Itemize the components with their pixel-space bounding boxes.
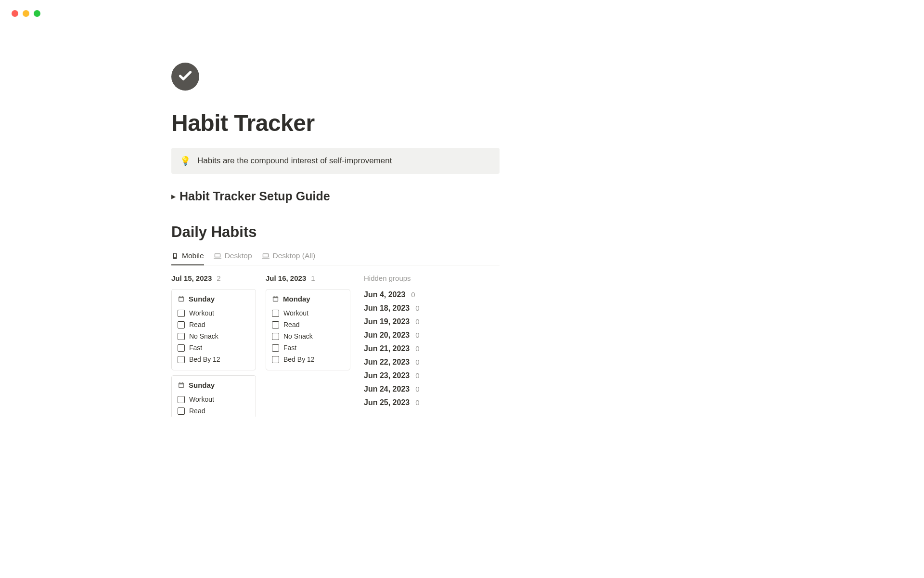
habit-label: Bed By 12 xyxy=(283,355,315,363)
habit-row: Bed By 12 xyxy=(178,354,250,365)
checkbox[interactable] xyxy=(178,333,185,340)
habit-card[interactable]: SundayWorkoutRead xyxy=(171,375,256,417)
mobile-icon xyxy=(171,252,179,260)
habit-card[interactable]: MondayWorkoutReadNo SnackFastBed By 12 xyxy=(266,289,350,370)
svg-rect-14 xyxy=(180,382,180,383)
checkbox[interactable] xyxy=(272,321,279,328)
checkbox[interactable] xyxy=(178,356,185,363)
hidden-group-date: Jun 25, 2023 xyxy=(364,398,410,407)
hidden-group-row[interactable]: Jun 4, 20230 xyxy=(364,288,420,302)
habit-label: Read xyxy=(283,321,299,328)
checkmark-icon xyxy=(178,68,193,85)
svg-rect-15 xyxy=(182,382,183,383)
triangle-right-icon: ▶ xyxy=(171,193,176,200)
checkbox[interactable] xyxy=(178,321,185,328)
hidden-group-row[interactable]: Jun 24, 20230 xyxy=(364,382,420,396)
hidden-group-count: 0 xyxy=(415,331,419,339)
svg-rect-7 xyxy=(262,258,270,259)
page-title[interactable]: Habit Tracker xyxy=(171,110,500,136)
hidden-group-count: 0 xyxy=(411,290,415,299)
hidden-group-date: Jun 20, 2023 xyxy=(364,331,410,340)
hidden-group-count: 0 xyxy=(415,398,419,407)
hidden-group-count: 0 xyxy=(415,371,419,380)
minimize-window-button[interactable] xyxy=(23,10,29,17)
hidden-group-row[interactable]: Jun 19, 20230 xyxy=(364,315,420,328)
checkbox[interactable] xyxy=(272,344,279,352)
habit-row: Workout xyxy=(272,307,344,319)
hidden-group-count: 0 xyxy=(415,358,419,366)
checkbox[interactable] xyxy=(178,396,185,403)
habit-label: Workout xyxy=(283,309,308,317)
desktop-icon xyxy=(214,252,221,260)
hidden-group-date: Jun 4, 2023 xyxy=(364,290,405,299)
page-icon[interactable] xyxy=(171,63,199,91)
toggle-setup-guide[interactable]: ▶ Habit Tracker Setup Guide xyxy=(171,189,500,203)
hidden-groups-title: Hidden groups xyxy=(364,274,420,282)
tab-mobile[interactable]: Mobile xyxy=(171,251,204,265)
habit-label: No Snack xyxy=(189,332,218,340)
hidden-group-row[interactable]: Jun 18, 20230 xyxy=(364,302,420,315)
hidden-group-date: Jun 24, 2023 xyxy=(364,385,410,394)
hidden-group-count: 0 xyxy=(415,344,419,353)
desktop-icon xyxy=(262,252,270,260)
habit-row: Workout xyxy=(178,307,250,319)
svg-rect-13 xyxy=(179,384,183,387)
view-tabs: MobileDesktopDesktop (All) xyxy=(171,251,500,265)
calendar-icon xyxy=(272,295,279,302)
callout-text: Habits are the compound interest of self… xyxy=(197,156,392,166)
checkbox[interactable] xyxy=(178,344,185,352)
tab-label: Desktop (All) xyxy=(273,251,316,260)
hidden-group-row[interactable]: Jun 20, 20230 xyxy=(364,328,420,342)
checkbox[interactable] xyxy=(272,310,279,317)
checkbox[interactable] xyxy=(178,407,185,415)
section-heading: Daily Habits xyxy=(171,223,500,241)
callout-block[interactable]: 💡 Habits are the compound interest of se… xyxy=(171,148,500,174)
habit-row: Fast xyxy=(272,342,344,354)
hidden-group-row[interactable]: Jun 23, 20230 xyxy=(364,369,420,382)
card-title: Monday xyxy=(283,295,310,303)
habit-row: Fast xyxy=(178,342,250,354)
hidden-group-date: Jun 21, 2023 xyxy=(364,344,410,353)
column-date: Jul 15, 2023 xyxy=(171,274,212,282)
habit-row: Read xyxy=(178,319,250,330)
habit-row: No Snack xyxy=(272,330,344,342)
habit-label: Fast xyxy=(189,344,202,352)
habit-label: Fast xyxy=(283,344,296,352)
card-title-row: Sunday xyxy=(178,295,250,303)
board-column: Jul 16, 20231MondayWorkoutReadNo SnackFa… xyxy=(266,274,350,375)
habit-label: Read xyxy=(189,321,205,328)
card-title: Sunday xyxy=(189,381,215,389)
calendar-icon xyxy=(178,295,185,302)
hidden-groups: Hidden groupsJun 4, 20230Jun 18, 20230Ju… xyxy=(364,274,420,409)
hidden-group-date: Jun 19, 2023 xyxy=(364,317,410,326)
checkbox[interactable] xyxy=(272,356,279,363)
habit-row: Workout xyxy=(178,394,250,405)
tab-desktop[interactable]: Desktop xyxy=(214,251,252,265)
column-header[interactable]: Jul 16, 20231 xyxy=(266,274,350,282)
close-window-button[interactable] xyxy=(12,10,18,17)
hidden-group-row[interactable]: Jun 25, 20230 xyxy=(364,396,420,409)
habit-label: No Snack xyxy=(283,332,313,340)
habit-row: Read xyxy=(178,405,250,417)
column-header[interactable]: Jul 15, 20232 xyxy=(171,274,256,282)
svg-rect-3 xyxy=(215,254,220,256)
svg-rect-11 xyxy=(182,296,183,297)
column-count: 2 xyxy=(217,274,220,282)
column-count: 1 xyxy=(311,274,315,282)
habit-card[interactable]: SundayWorkoutReadNo SnackFastBed By 12 xyxy=(171,289,256,370)
svg-rect-18 xyxy=(274,296,275,297)
hidden-group-count: 0 xyxy=(415,304,419,312)
tab-label: Mobile xyxy=(182,251,204,260)
card-title-row: Sunday xyxy=(178,381,250,389)
tab-label: Desktop xyxy=(225,251,252,260)
habit-row: Read xyxy=(272,319,344,330)
hidden-group-row[interactable]: Jun 21, 20230 xyxy=(364,342,420,355)
board-column: Jul 15, 20232SundayWorkoutReadNo SnackFa… xyxy=(171,274,256,417)
hidden-group-row[interactable]: Jun 22, 20230 xyxy=(364,355,420,369)
card-title-row: Monday xyxy=(272,295,344,303)
maximize-window-button[interactable] xyxy=(34,10,40,17)
hidden-group-count: 0 xyxy=(415,385,419,393)
checkbox[interactable] xyxy=(178,310,185,317)
tab-desktop-all-[interactable]: Desktop (All) xyxy=(262,251,316,265)
checkbox[interactable] xyxy=(272,333,279,340)
